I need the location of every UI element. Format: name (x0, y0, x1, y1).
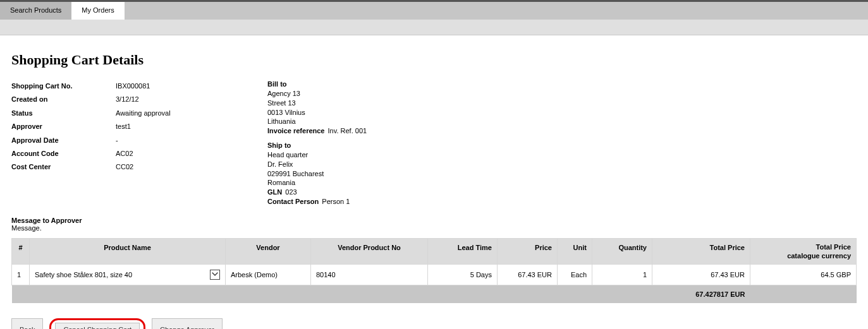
cell-qty: 1 (592, 264, 652, 285)
th-product: Product Name (30, 238, 226, 264)
th-unit: Unit (558, 238, 592, 264)
approver-value: test1 (116, 122, 267, 131)
details-section: Shopping Cart No.IBX000081 Created on3/1… (11, 80, 857, 206)
th-vendor: Vendor (226, 238, 311, 264)
message-to-approver-block: Message to Approver Message. (11, 217, 857, 232)
status-label: Status (11, 109, 116, 118)
cell-total-cat: 64.5 GBP (750, 264, 857, 285)
change-approver-button[interactable]: Change Approver (152, 318, 223, 329)
ship-to-line3: 029991 Bucharest (267, 169, 857, 179)
cell-product: Safety shoe Stålex 801, size 40 (30, 264, 226, 285)
table-row: 1 Safety shoe Stålex 801, size 40 Arbesk… (12, 264, 857, 285)
cell-price: 67.43 EUR (498, 264, 558, 285)
ship-to-line2: Dr. Felix (267, 160, 857, 169)
cell-vendor: Arbesk (Demo) (226, 264, 311, 285)
details-icon[interactable] (210, 270, 220, 280)
cell-product-name: Safety shoe Stålex 801, size 40 (35, 271, 132, 278)
th-total: Total Price (652, 238, 750, 264)
bill-to-line4: Lithuania (267, 117, 857, 126)
invoice-ref-label: Invoice reference (267, 127, 325, 135)
account-code-value: AC02 (116, 149, 267, 159)
cell-vendor-no: 80140 (311, 264, 428, 285)
gln-label: GLN (267, 188, 282, 196)
account-code-label: Account Code (11, 149, 116, 159)
table-header-row: # Product Name Vendor Vendor Product No … (12, 238, 857, 264)
cart-no-value: IBX000081 (116, 81, 267, 91)
cell-unit: Each (558, 264, 592, 285)
table-footer-row: 67.427817 EUR (12, 285, 857, 303)
th-num: # (12, 238, 30, 264)
message-to-approver-label: Message to Approver (11, 217, 857, 224)
tab-my-orders[interactable]: My Orders (71, 2, 124, 20)
invoice-ref-value: Inv. Ref. 001 (328, 126, 367, 136)
footer-total: 67.427817 EUR (652, 285, 750, 303)
message-to-approver-value: Message. (11, 224, 857, 232)
cost-center-value: CC02 (116, 162, 267, 172)
cell-num: 1 (12, 264, 30, 285)
cell-lead-time: 5 Days (428, 264, 498, 285)
th-lead-time: Lead Time (428, 238, 498, 264)
approver-label: Approver (11, 122, 116, 131)
gln-value: 023 (285, 188, 296, 197)
top-bar: Search Products My Orders (0, 0, 868, 35)
actions-row: Back Cancel Shopping Cart Change Approve… (11, 318, 857, 329)
bill-to-line3: 0013 Vilnius (267, 108, 857, 117)
th-vendor-no: Vendor Product No (311, 238, 428, 264)
cart-no-label: Shopping Cart No. (11, 81, 116, 91)
ship-to-line1: Head quarter (267, 150, 857, 160)
bill-to-block: Bill to Agency 13 Street 13 0013 Vilnius… (267, 80, 857, 136)
ship-to-block: Ship to Head quarter Dr. Felix 029991 Bu… (267, 141, 857, 206)
status-value: Awaiting approval (116, 109, 267, 118)
bill-to-line1: Agency 13 (267, 89, 857, 99)
created-on-label: Created on (11, 95, 116, 104)
sub-bar (0, 20, 868, 35)
bill-to-label: Bill to (267, 80, 857, 89)
tab-search-products[interactable]: Search Products (0, 2, 71, 20)
contact-person-label: Contact Person (267, 198, 319, 205)
contact-person-value: Person 1 (322, 197, 350, 206)
cell-total: 67.43 EUR (652, 264, 750, 285)
th-price: Price (498, 238, 558, 264)
cost-center-label: Cost Center (11, 162, 116, 172)
line-items-table: # Product Name Vendor Vendor Product No … (11, 238, 857, 303)
page-title: Shopping Cart Details (11, 52, 857, 68)
tab-bar: Search Products My Orders (0, 2, 868, 20)
th-total-catalogue: Total Price catalogue currency (750, 238, 857, 264)
approval-date-label: Approval Date (11, 136, 116, 145)
highlight-ring: Cancel Shopping Cart (49, 318, 145, 329)
created-on-value: 3/12/12 (116, 95, 267, 104)
cancel-shopping-cart-button[interactable]: Cancel Shopping Cart (55, 323, 140, 329)
th-qty: Quantity (592, 238, 652, 264)
back-button[interactable]: Back (11, 318, 43, 329)
bill-to-line2: Street 13 (267, 99, 857, 108)
ship-to-label: Ship to (267, 141, 857, 150)
approval-date-value: - (116, 136, 267, 145)
ship-to-line4: Romania (267, 178, 857, 188)
